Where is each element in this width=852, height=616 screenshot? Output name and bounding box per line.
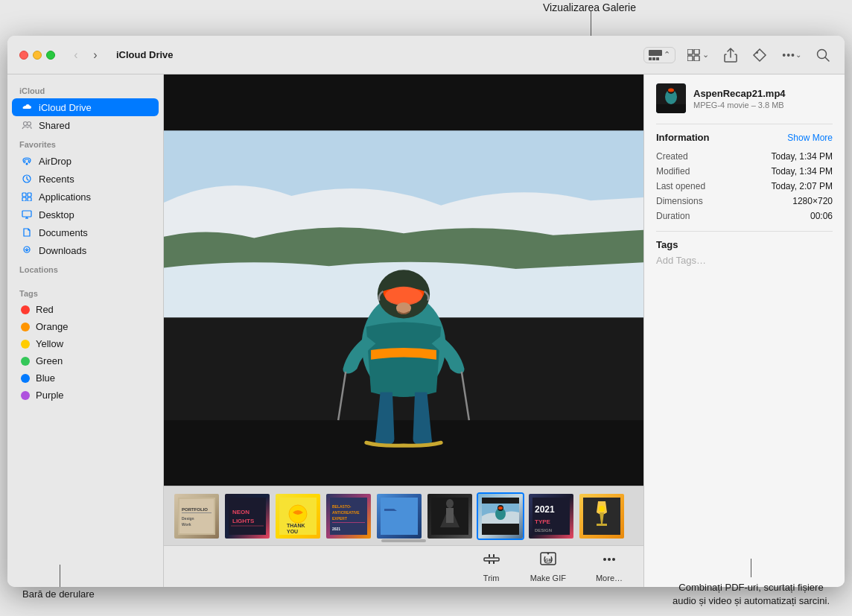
thumbnail-scrollbar[interactable] xyxy=(381,539,426,542)
search-button[interactable] xyxy=(813,45,833,65)
sidebar-item-shared[interactable]: Shared xyxy=(12,116,159,134)
created-label: Created xyxy=(656,151,688,162)
svg-point-55 xyxy=(446,499,454,508)
icloud-drive-icon xyxy=(21,101,33,113)
share-button[interactable] xyxy=(721,45,740,66)
gallery-view-icon xyxy=(649,50,662,60)
svg-text:EXPERT: EXPERT xyxy=(332,516,347,521)
svg-line-32 xyxy=(462,372,469,420)
sidebar-item-label-icloud-drive: iCloud Drive xyxy=(39,102,92,113)
svg-rect-17 xyxy=(22,197,26,201)
tag-button[interactable] xyxy=(749,45,770,66)
svg-text:2021: 2021 xyxy=(332,527,340,531)
sidebar-section-tags: Tags xyxy=(7,283,163,301)
sidebar-item-label-documents: Documents xyxy=(39,227,88,238)
modified-value: Today, 1:34 PM xyxy=(772,166,833,177)
svg-text:ANTICREATIVE: ANTICREATIVE xyxy=(332,510,360,515)
info-row-modified: Modified Today, 1:34 PM xyxy=(656,164,833,179)
shared-icon xyxy=(21,119,33,131)
close-button[interactable] xyxy=(19,51,28,60)
sidebar-item-label-shared: Shared xyxy=(39,120,70,131)
sidebar-item-red[interactable]: Red xyxy=(12,301,159,318)
actions-annotation: Combinați PDF-uri, scurtați fișiere audi… xyxy=(673,559,830,607)
sidebar-item-recents[interactable]: Recents xyxy=(12,170,159,188)
svg-point-84 xyxy=(668,89,674,92)
thumbnail-6[interactable] xyxy=(426,492,474,540)
thumbnail-4[interactable]: BELASTO- ANTICREATIVE EXPERT 2021 xyxy=(325,492,372,540)
sidebar-item-icloud-drive[interactable]: iCloud Drive xyxy=(12,98,159,116)
sidebar-item-label-blue: Blue xyxy=(36,372,55,384)
purple-tag-dot xyxy=(21,391,30,400)
back-button[interactable]: ‹ xyxy=(67,46,85,64)
thumbnail-9[interactable] xyxy=(578,492,626,540)
sidebar-item-label-red: Red xyxy=(36,304,54,315)
sidebar-item-downloads[interactable]: Downloads xyxy=(12,241,159,259)
nav-buttons: ‹ › xyxy=(67,46,104,64)
svg-text:YOU: YOU xyxy=(287,529,298,534)
sidebar-item-yellow[interactable]: Yellow xyxy=(12,335,159,352)
information-section-header: Information Show More xyxy=(656,132,833,143)
info-row-dimensions: Dimensions 1280×720 xyxy=(656,194,833,209)
group-icon xyxy=(687,49,701,61)
sidebar-item-label-purple: Purple xyxy=(36,390,64,401)
desktop-icon xyxy=(21,209,33,220)
svg-line-10 xyxy=(825,57,829,61)
forward-button[interactable]: › xyxy=(86,46,104,64)
toolbar: ‹ › iCloud Drive ⌃ xyxy=(7,36,845,74)
svg-text:Work: Work xyxy=(182,522,191,527)
sidebar-item-blue[interactable]: Blue xyxy=(12,369,159,387)
sidebar-item-orange[interactable]: Orange xyxy=(12,318,159,335)
svg-point-13 xyxy=(26,163,28,165)
main-preview[interactable] xyxy=(164,74,643,486)
svg-rect-0 xyxy=(649,50,662,56)
svg-rect-16 xyxy=(28,193,31,197)
sidebar-item-desktop[interactable]: Desktop xyxy=(12,206,159,223)
thumbnail-1[interactable]: PORTFOLIO Design Work xyxy=(173,492,220,540)
sidebar-item-label-green: Green xyxy=(36,355,63,366)
modified-label: Modified xyxy=(656,166,690,177)
sidebar-item-airdrop[interactable]: AirDrop xyxy=(12,152,159,170)
actions-annotation-text: Combinați PDF-uri, scurtați fișiere audi… xyxy=(673,582,830,606)
svg-point-69 xyxy=(599,506,605,512)
sidebar-item-label-desktop: Desktop xyxy=(39,209,74,220)
window-title: iCloud Drive xyxy=(116,49,174,60)
minimize-button[interactable] xyxy=(33,51,42,60)
svg-point-62 xyxy=(498,507,503,509)
thumbnail-2[interactable]: NEON LIGHTS xyxy=(223,492,271,540)
svg-rect-81 xyxy=(656,104,686,113)
information-title: Information xyxy=(656,132,710,143)
thumbnail-3[interactable]: THANK YOU xyxy=(274,492,322,540)
sidebar-item-applications[interactable]: Applications xyxy=(12,188,159,206)
view-gallery-button[interactable]: ⌃ xyxy=(643,47,675,63)
actions-callout-line xyxy=(751,559,751,577)
documents-icon xyxy=(21,226,33,238)
sidebar-item-label-downloads: Downloads xyxy=(39,245,86,256)
sidebar-item-purple[interactable]: Purple xyxy=(12,387,159,404)
svg-rect-51 xyxy=(332,522,365,523)
sidebar-item-green[interactable]: Green xyxy=(12,352,159,369)
add-tags-field[interactable]: Add Tags… xyxy=(656,255,833,266)
duration-value: 00:06 xyxy=(810,211,833,221)
more-button[interactable]: ••• ⌄ xyxy=(779,46,804,64)
show-more-button[interactable]: Show More xyxy=(787,133,833,143)
group-button[interactable]: ⌄ xyxy=(684,46,712,64)
sidebar: iCloud iCloud Drive xyxy=(7,74,164,587)
svg-rect-1 xyxy=(649,57,652,60)
scrollbar-annotation: Bară de derulare xyxy=(22,565,95,600)
sidebar-item-documents[interactable]: Documents xyxy=(12,223,159,241)
thumbnail-5[interactable] xyxy=(375,492,423,540)
thumbnail-8[interactable]: 2021 TYPE DESIGN xyxy=(527,492,575,540)
svg-rect-3 xyxy=(656,57,659,60)
dimensions-label: Dimensions xyxy=(656,196,703,206)
info-row-created: Created Today, 1:34 PM xyxy=(656,149,833,164)
svg-text:LIGHTS: LIGHTS xyxy=(232,518,255,524)
tag-icon xyxy=(752,48,767,63)
scrollbar-annotation-text: Bară de derulare xyxy=(22,588,95,600)
thumbnail-7[interactable] xyxy=(477,492,524,540)
maximize-button[interactable] xyxy=(46,51,55,60)
inspector-header: AspenRecap21.mp4 MPEG-4 movie – 3.8 MB xyxy=(656,83,833,113)
divider-2 xyxy=(656,231,833,232)
sidebar-section-locations: Locations xyxy=(7,259,163,277)
traffic-lights xyxy=(19,51,55,60)
red-tag-dot xyxy=(21,305,30,314)
